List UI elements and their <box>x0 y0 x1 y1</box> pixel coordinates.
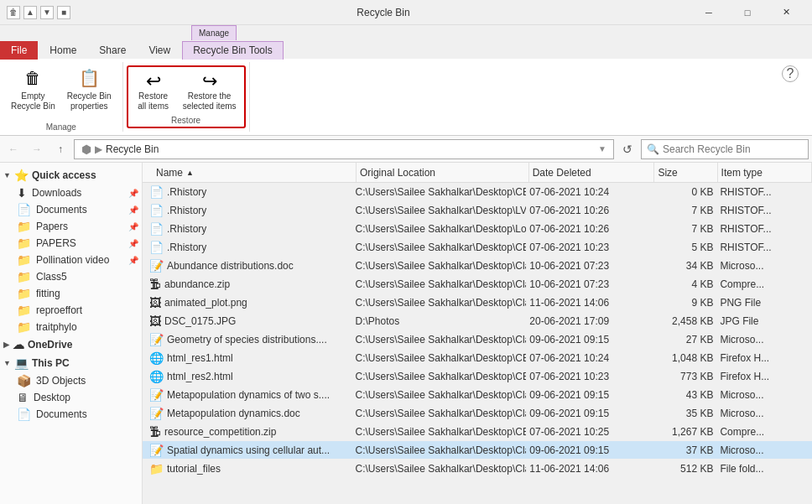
title-bar-icon-3[interactable]: ▼ <box>40 6 54 19</box>
file-cell-name: 📝 Abundance distributions.doc <box>146 259 352 273</box>
minimize-button[interactable]: ─ <box>690 0 728 25</box>
file-cell-size: 1,267 KB <box>653 426 717 438</box>
help-icon: ? <box>782 65 799 82</box>
table-row[interactable]: 📝 Metapopulation dynamics of two s.... C… <box>143 386 812 404</box>
title-bar-icon-2[interactable]: ▲ <box>23 6 37 19</box>
restore-group-label: Restore <box>132 116 241 125</box>
sidebar-section-quick-access[interactable]: ▼ ⭐ Quick access <box>0 166 142 184</box>
table-row[interactable]: 📄 .Rhistory C:\Users\Sailee Sakhalkar\De… <box>143 201 812 220</box>
file-cell-name: 📝 Metapopulation dynamics.doc <box>146 407 352 420</box>
restore-selected-label: Restore theselected items <box>183 91 237 112</box>
sidebar-item-reproeffort[interactable]: 📁 reproeffort <box>0 302 142 319</box>
table-row[interactable]: 📄 .Rhistory C:\Users\Sailee Sakhalkar\De… <box>143 220 812 238</box>
sidebar-item-fitting[interactable]: 📁 fitting <box>0 285 142 302</box>
pin-icon: 📌 <box>128 256 138 265</box>
refresh-button[interactable]: ↺ <box>617 139 638 159</box>
file-icon: 📝 <box>149 407 164 420</box>
col-header-type[interactable]: Item type <box>718 163 812 182</box>
table-row[interactable]: 📁 tutorial_files C:\Users\Sailee Sakhalk… <box>143 460 812 478</box>
table-row[interactable]: 📄 .Rhistory C:\Users\Sailee Sakhalkar\De… <box>143 183 812 201</box>
table-row[interactable]: 📝 Abundance distributions.doc C:\Users\S… <box>143 257 812 275</box>
sidebar-item-documents2[interactable]: 📄 Documents <box>0 406 142 423</box>
sidebar-item-papers2[interactable]: 📁 PAPERS 📌 <box>0 235 142 252</box>
file-cell-name: 🌐 html_res1.html <box>146 351 352 365</box>
col-header-date[interactable]: Date Deleted <box>529 163 655 182</box>
col-header-size[interactable]: Size <box>654 163 717 182</box>
back-button[interactable]: ← <box>3 139 23 159</box>
file-cell-date: 20-06-2021 17:09 <box>526 315 653 327</box>
table-row[interactable]: 🗜 abundance.zip C:\Users\Sailee Sakhalka… <box>143 275 812 294</box>
col-header-orig[interactable]: Original Location <box>357 163 529 182</box>
sidebar-item-downloads[interactable]: ⬇ Downloads 📌 <box>0 184 142 201</box>
sidebar-section-onedrive[interactable]: ▶ ☁ OneDrive <box>0 335 142 354</box>
file-cell-name: 📄 .Rhistory <box>146 204 352 217</box>
sidebar-item-documents[interactable]: 📄 Documents 📌 <box>0 201 142 218</box>
restore-all-items-button[interactable]: ↩ Restoreall items <box>132 69 175 114</box>
tab-file[interactable]: File <box>0 41 38 60</box>
table-row[interactable]: 📝 Metapopulation dynamics.doc C:\Users\S… <box>143 404 812 423</box>
table-row[interactable]: 🌐 html_res1.html C:\Users\Sailee Sakhalk… <box>143 349 812 367</box>
sidebar-section-thispc[interactable]: ▼ 💻 This PC <box>0 354 142 372</box>
sidebar-item-papers[interactable]: 📁 Papers 📌 <box>0 218 142 235</box>
table-row[interactable]: 🗜 resource_competition.zip C:\Users\Sail… <box>143 423 812 441</box>
thispc-icon: 💻 <box>14 356 29 370</box>
restore-all-icon: ↩ <box>143 71 164 91</box>
sidebar-item-traitphylo[interactable]: 📁 traitphylo <box>0 319 142 335</box>
title-bar-icon-1[interactable]: 🗑 <box>7 6 20 19</box>
thispc-label: This PC <box>32 357 70 369</box>
file-cell-date: 07-06-2021 10:23 <box>526 371 653 382</box>
table-row[interactable]: 🖼 animated_plot.png C:\Users\Sailee Sakh… <box>143 294 812 312</box>
file-cell-size: 43 KB <box>653 389 717 401</box>
sidebar-item-label: Papers <box>36 221 68 232</box>
file-cell-size: 773 KB <box>653 371 717 382</box>
ribbon-help[interactable]: ? <box>782 65 805 82</box>
table-row[interactable]: 📄 .Rhistory C:\Users\Sailee Sakhalkar\De… <box>143 238 812 257</box>
file-list-body[interactable]: 📄 .Rhistory C:\Users\Sailee Sakhalkar\De… <box>143 183 812 504</box>
table-row[interactable]: 🌐 html_res2.html C:\Users\Sailee Sakhalk… <box>143 367 812 386</box>
path-dropdown[interactable]: ▼ <box>598 144 606 153</box>
window-controls: ─ □ ✕ <box>690 0 805 25</box>
table-row[interactable]: 📝 Spatial dynamics using cellular aut...… <box>143 441 812 460</box>
file-cell-name: 🖼 animated_plot.png <box>146 296 352 309</box>
maximize-button[interactable]: □ <box>728 0 767 25</box>
tab-view[interactable]: View <box>138 41 181 60</box>
sidebar-item-desktop[interactable]: 🖥 Desktop <box>0 389 142 406</box>
search-input[interactable] <box>663 143 803 155</box>
file-cell-size: 7 KB <box>653 223 717 235</box>
address-path[interactable]: ⬢ ▶ Recycle Bin ▼ <box>74 139 614 159</box>
tab-share[interactable]: Share <box>88 41 137 60</box>
manage-label: Manage <box>191 25 237 40</box>
title-bar-icon-4[interactable]: ■ <box>57 6 70 19</box>
file-cell-orig: C:\Users\Sailee Sakhalkar\Desktop\CE_1 <box>352 426 527 438</box>
sidebar-item-pollination[interactable]: 📁 Pollination video 📌 <box>0 252 142 268</box>
col-header-name[interactable]: Name ▲ <box>153 163 357 182</box>
restore-selected-icon: ↪ <box>200 71 220 91</box>
file-cell-size: 5 KB <box>653 242 717 253</box>
recycle-bin-properties-button[interactable]: 📋 Recycle Binproperties <box>63 62 116 114</box>
restore-selected-button[interactable]: ↪ Restore theselected items <box>179 69 241 114</box>
sidebar-item-3dobjects[interactable]: 📦 3D Objects <box>0 372 142 389</box>
file-cell-date: 11-06-2021 14:06 <box>526 297 653 309</box>
empty-recycle-bin-label: EmptyRecycle Bin <box>11 91 55 112</box>
table-row[interactable]: 🖼 DSC_0175.JPG D:\Photos 20-06-2021 17:0… <box>143 312 812 330</box>
tab-recycle-bin-tools[interactable]: Recycle Bin Tools <box>182 41 284 60</box>
up-button[interactable]: ↑ <box>50 139 70 159</box>
file-cell-orig: D:\Photos <box>352 315 527 327</box>
file-cell-date: 09-06-2021 09:15 <box>526 444 653 456</box>
empty-recycle-bin-button[interactable]: 🗑 EmptyRecycle Bin <box>7 62 60 114</box>
search-icon: 🔍 <box>647 143 659 155</box>
table-row[interactable]: 📝 Geometry of species distributions.... … <box>143 330 812 349</box>
file-cell-date: 07-06-2021 10:23 <box>526 242 653 253</box>
file-cell-orig: C:\Users\Sailee Sakhalkar\Desktop\Class4 <box>352 278 527 290</box>
tab-home[interactable]: Home <box>39 41 87 60</box>
path-arrow: ▶ <box>95 143 102 155</box>
reproeffort-icon: 📁 <box>17 304 31 317</box>
forward-button[interactable]: → <box>27 139 47 159</box>
file-icon: 🌐 <box>149 351 164 365</box>
file-cell-orig: C:\Users\Sailee Sakhalkar\Desktop\CE_1\.… <box>352 352 527 364</box>
file-icon: 📝 <box>149 333 164 346</box>
file-cell-type: Compre... <box>716 278 812 290</box>
sidebar-item-class5[interactable]: 📁 Class5 <box>0 268 142 285</box>
close-button[interactable]: ✕ <box>767 0 805 25</box>
file-cell-type: RHISTOF... <box>716 242 812 253</box>
